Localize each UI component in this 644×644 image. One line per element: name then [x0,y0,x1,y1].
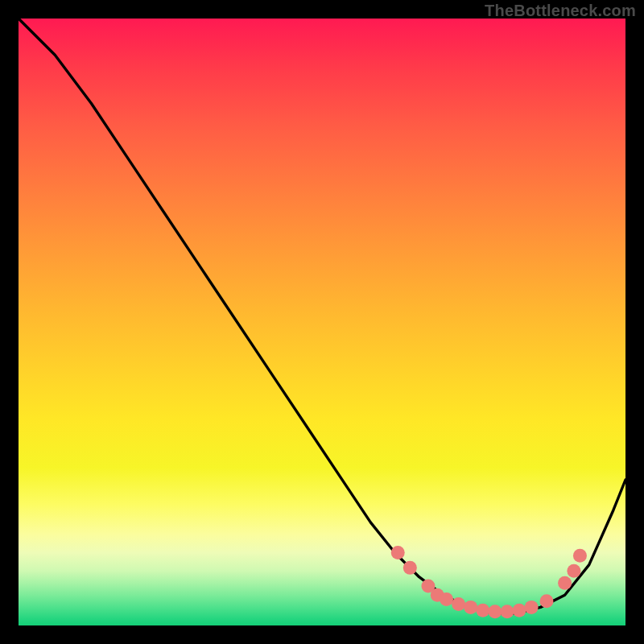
curve-marker [567,564,580,578]
curve-marker [513,604,526,617]
curve-marker [464,601,477,614]
watermark-text: TheBottleneck.com [485,2,636,20]
curve-marker [558,576,572,590]
curve-marker [488,605,502,618]
chart-svg [19,19,625,625]
curve-marker [500,605,514,618]
bottleneck-curve [19,19,625,613]
curve-marker [403,561,417,575]
curve-marker [573,549,587,563]
curve-marker [525,601,539,614]
curve-marker [476,604,489,617]
curve-marker [539,594,553,608]
curve-marker [440,592,453,606]
curve-marker [452,597,465,611]
plot-area [19,19,625,625]
curve-marker [391,546,405,559]
marker-group [391,546,587,618]
chart-stage: TheBottleneck.com [0,0,644,644]
